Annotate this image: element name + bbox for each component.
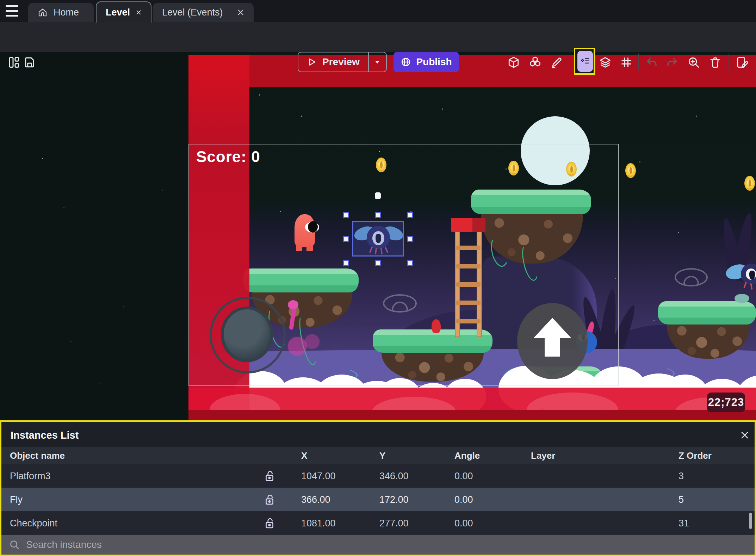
background-stars: [42, 158, 43, 159]
preview-button[interactable]: Preview: [298, 52, 387, 72]
undo-icon[interactable]: [645, 56, 658, 69]
player-instance[interactable]: [295, 214, 315, 251]
search-bar: [1, 535, 755, 555]
play-icon: [307, 57, 317, 67]
resize-handle-s[interactable]: [375, 260, 381, 266]
delete-trash-icon[interactable]: [709, 56, 721, 69]
instance-y: 346.00: [379, 470, 409, 481]
jump-button[interactable]: [517, 303, 588, 379]
column-angle: Angle: [454, 450, 480, 461]
table-row-platform3[interactable]: Platform3 1047.00 346.00 0.00 3: [1, 464, 755, 488]
search-instances-input[interactable]: [26, 539, 519, 550]
instance-z-order: 5: [678, 494, 684, 505]
hazard-zone-bottom-edge: [188, 410, 756, 420]
instances-table-header: Object name X Y Angle Layer Z Order: [1, 447, 755, 464]
instances-list-icon[interactable]: [577, 51, 593, 72]
instance-y: 172.00: [379, 494, 409, 505]
instance-name: Checkpoint: [10, 518, 57, 529]
instance-angle: 0.00: [454, 494, 473, 505]
lock-open-icon[interactable]: [264, 493, 275, 506]
layers-icon[interactable]: [599, 56, 612, 69]
instance-y: 277.00: [379, 518, 409, 529]
close-panel-icon[interactable]: [740, 430, 750, 440]
virtual-joystick[interactable]: [210, 297, 286, 373]
table-row-fly[interactable]: Fly 366.00 172.00 0.00 5: [1, 488, 755, 511]
rotation-handle[interactable]: [375, 192, 381, 199]
resize-handle-w[interactable]: [343, 236, 349, 242]
instance-z-order: 3: [678, 470, 684, 481]
arrow-up-icon: [533, 318, 571, 338]
layout-panels-icon[interactable]: [8, 56, 20, 69]
ladder-instance[interactable]: [453, 231, 483, 337]
resize-handle-ne[interactable]: [407, 212, 413, 218]
panel-scrollbar[interactable]: [749, 513, 752, 529]
column-y: Y: [379, 450, 385, 461]
lock-open-icon[interactable]: [264, 517, 275, 530]
column-x: X: [301, 450, 307, 461]
column-layer: Layer: [531, 450, 555, 461]
coin-instance[interactable]: [744, 176, 755, 191]
instance-name: Fly: [10, 494, 23, 505]
instance-x: 1047.00: [301, 470, 336, 481]
resize-handle-se[interactable]: [407, 260, 413, 266]
scene-canvas[interactable]: Score: 0 22;723: [0, 52, 756, 420]
publish-label: Publish: [416, 56, 452, 68]
column-z-order: Z Order: [678, 450, 712, 461]
instance-angle: 0.00: [454, 518, 473, 529]
level-scene[interactable]: Score: 0 22;723: [188, 52, 756, 420]
tab-level-events-label: Level (Events): [162, 7, 223, 18]
chevron-down-icon: [373, 58, 382, 66]
resize-handle-n[interactable]: [375, 212, 381, 218]
game-editor-window: Home Level Level (Events) Preview Publis…: [0, 0, 756, 556]
pink-plant-bulb: [288, 300, 298, 309]
resize-handle-sw[interactable]: [343, 260, 349, 266]
instance-angle: 0.00: [454, 470, 473, 481]
panel-title: Instances List: [11, 430, 79, 441]
instances-list-panel: Instances List Object name X Y Angle Lay…: [0, 420, 756, 556]
scene-toolbar: Preview Publish: [0, 22, 756, 52]
save-icon[interactable]: [23, 56, 36, 69]
tab-home[interactable]: Home: [28, 3, 94, 22]
instance-x: 1081.00: [301, 518, 336, 529]
red-flower: [432, 319, 441, 333]
object-groups-icon[interactable]: [529, 56, 541, 69]
close-tab-icon[interactable]: [136, 8, 142, 16]
coin-instance[interactable]: [508, 161, 519, 175]
instance-name: Platform3: [10, 470, 51, 481]
ladder-top-cap: [451, 218, 485, 232]
coin-instance[interactable]: [625, 163, 636, 178]
instance-z-order: 31: [678, 518, 689, 529]
search-icon: [9, 539, 20, 550]
preview-label: Preview: [322, 56, 360, 68]
instances-list-icon-highlight: [574, 48, 595, 75]
lock-open-icon[interactable]: [264, 470, 275, 482]
moon: [521, 116, 590, 185]
toolbar-divider: [729, 54, 729, 70]
globe-icon: [401, 57, 411, 67]
selection-box[interactable]: [352, 221, 404, 257]
eye-decoration: [383, 294, 417, 313]
close-tab-icon[interactable]: [237, 8, 244, 16]
table-row-checkpoint[interactable]: Checkpoint 1081.00 277.00 0.00 31: [1, 511, 755, 535]
instance-x: 366.00: [301, 494, 330, 505]
preview-options-dropdown[interactable]: [368, 52, 386, 72]
score-text: Score: 0: [196, 148, 260, 166]
resize-handle-nw[interactable]: [343, 212, 349, 218]
tab-level[interactable]: Level: [96, 1, 151, 23]
zoom-in-icon[interactable]: [687, 56, 700, 69]
main-menu-icon[interactable]: [6, 5, 18, 17]
edit-pencil-icon[interactable]: [550, 56, 563, 69]
objects-cube-icon[interactable]: [507, 56, 520, 69]
grid-icon[interactable]: [620, 56, 633, 69]
coin-instance[interactable]: [376, 157, 386, 172]
resize-handle-e[interactable]: [407, 236, 413, 242]
publish-button[interactable]: Publish: [394, 52, 459, 72]
cursor-coordinates-badge: 22;723: [707, 393, 745, 412]
tab-level-events[interactable]: Level (Events): [153, 3, 254, 22]
redo-icon[interactable]: [666, 56, 678, 69]
coin-instance[interactable]: [566, 162, 577, 177]
eye-decoration: [675, 268, 708, 286]
home-icon: [37, 7, 48, 18]
toolbar-divider: [638, 54, 639, 70]
edit-scene-properties-icon[interactable]: [736, 56, 748, 69]
